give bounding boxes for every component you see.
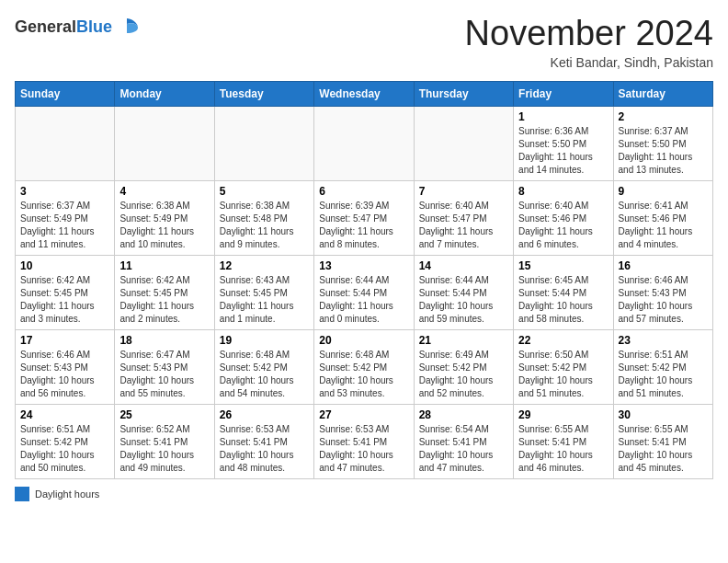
day-number: 6 <box>319 185 408 198</box>
day-info: Sunrise: 6:50 AM Sunset: 5:42 PM Dayligh… <box>518 349 608 400</box>
day-number: 1 <box>518 110 608 123</box>
day-number: 14 <box>419 259 508 272</box>
day-info: Sunrise: 6:37 AM Sunset: 5:49 PM Dayligh… <box>20 200 109 251</box>
day-number: 16 <box>619 259 708 272</box>
calendar-cell: 8Sunrise: 6:40 AM Sunset: 5:46 PM Daylig… <box>514 180 613 255</box>
calendar-cell: 5Sunrise: 6:38 AM Sunset: 5:48 PM Daylig… <box>214 180 313 255</box>
calendar-cell: 14Sunrise: 6:44 AM Sunset: 5:44 PM Dayli… <box>414 255 513 329</box>
calendar-table: SundayMondayTuesdayWednesdayThursdayFrid… <box>15 81 713 479</box>
day-info: Sunrise: 6:44 AM Sunset: 5:44 PM Dayligh… <box>319 274 408 326</box>
title-block: November 2024 Keti Bandar, Sindh, Pakist… <box>465 15 713 70</box>
calendar-cell <box>414 106 513 180</box>
day-number: 18 <box>119 334 209 347</box>
day-number: 25 <box>119 408 209 421</box>
day-info: Sunrise: 6:51 AM Sunset: 5:42 PM Dayligh… <box>20 423 109 475</box>
day-info: Sunrise: 6:55 AM Sunset: 5:41 PM Dayligh… <box>619 423 708 475</box>
calendar-header-wednesday: Wednesday <box>314 81 414 106</box>
logo-blue-text: Blue <box>76 17 112 36</box>
calendar-header-monday: Monday <box>115 81 214 106</box>
day-number: 22 <box>518 334 608 347</box>
calendar-cell <box>214 106 313 180</box>
day-number: 21 <box>419 334 508 347</box>
calendar-cell: 21Sunrise: 6:49 AM Sunset: 5:42 PM Dayli… <box>414 329 513 404</box>
day-number: 24 <box>20 408 109 421</box>
day-info: Sunrise: 6:53 AM Sunset: 5:41 PM Dayligh… <box>319 423 408 475</box>
logo-icon <box>114 15 140 40</box>
calendar-cell: 22Sunrise: 6:50 AM Sunset: 5:42 PM Dayli… <box>514 329 613 404</box>
calendar-header-friday: Friday <box>514 81 613 106</box>
day-number: 19 <box>220 334 309 347</box>
calendar-cell <box>115 106 214 180</box>
calendar-cell: 12Sunrise: 6:43 AM Sunset: 5:45 PM Dayli… <box>214 255 313 329</box>
day-info: Sunrise: 6:38 AM Sunset: 5:48 PM Dayligh… <box>220 200 309 251</box>
day-number: 4 <box>119 185 209 198</box>
day-info: Sunrise: 6:49 AM Sunset: 5:42 PM Dayligh… <box>419 349 508 400</box>
calendar-cell <box>16 106 115 180</box>
calendar-cell: 27Sunrise: 6:53 AM Sunset: 5:41 PM Dayli… <box>314 404 414 478</box>
day-number: 20 <box>319 334 408 347</box>
month-title: November 2024 <box>465 15 713 53</box>
day-number: 9 <box>619 185 708 198</box>
calendar-cell: 7Sunrise: 6:40 AM Sunset: 5:47 PM Daylig… <box>414 180 513 255</box>
calendar-header-saturday: Saturday <box>613 81 712 106</box>
calendar-cell: 26Sunrise: 6:53 AM Sunset: 5:41 PM Dayli… <box>214 404 313 478</box>
calendar-cell: 2Sunrise: 6:37 AM Sunset: 5:50 PM Daylig… <box>613 106 712 180</box>
logo: GeneralBlue <box>15 15 140 40</box>
day-info: Sunrise: 6:52 AM Sunset: 5:41 PM Dayligh… <box>119 423 209 475</box>
calendar-cell: 11Sunrise: 6:42 AM Sunset: 5:45 PM Dayli… <box>115 255 214 329</box>
calendar-cell: 18Sunrise: 6:47 AM Sunset: 5:43 PM Dayli… <box>115 329 214 404</box>
day-info: Sunrise: 6:40 AM Sunset: 5:46 PM Dayligh… <box>518 200 608 251</box>
calendar-cell: 10Sunrise: 6:42 AM Sunset: 5:45 PM Dayli… <box>16 255 115 329</box>
calendar-cell: 1Sunrise: 6:36 AM Sunset: 5:50 PM Daylig… <box>514 106 613 180</box>
day-info: Sunrise: 6:40 AM Sunset: 5:47 PM Dayligh… <box>419 200 508 251</box>
day-number: 15 <box>518 259 608 272</box>
day-info: Sunrise: 6:45 AM Sunset: 5:44 PM Dayligh… <box>518 274 608 326</box>
day-number: 23 <box>619 334 708 347</box>
day-number: 12 <box>220 259 309 272</box>
day-number: 11 <box>119 259 209 272</box>
subtitle: Keti Bandar, Sindh, Pakistan <box>465 55 713 70</box>
calendar-week-4: 17Sunrise: 6:46 AM Sunset: 5:43 PM Dayli… <box>16 329 713 404</box>
day-number: 7 <box>419 185 508 198</box>
day-info: Sunrise: 6:36 AM Sunset: 5:50 PM Dayligh… <box>518 125 608 177</box>
day-info: Sunrise: 6:51 AM Sunset: 5:42 PM Dayligh… <box>619 349 708 400</box>
calendar-cell: 17Sunrise: 6:46 AM Sunset: 5:43 PM Dayli… <box>16 329 115 404</box>
calendar-cell: 16Sunrise: 6:46 AM Sunset: 5:43 PM Dayli… <box>613 255 712 329</box>
calendar-header-thursday: Thursday <box>414 81 513 106</box>
day-info: Sunrise: 6:42 AM Sunset: 5:45 PM Dayligh… <box>119 274 209 326</box>
day-number: 13 <box>319 259 408 272</box>
legend: Daylight hours <box>15 487 713 501</box>
calendar-week-1: 1Sunrise: 6:36 AM Sunset: 5:50 PM Daylig… <box>16 106 713 180</box>
calendar-header-row: SundayMondayTuesdayWednesdayThursdayFrid… <box>16 81 713 106</box>
calendar-header-tuesday: Tuesday <box>214 81 313 106</box>
calendar-cell: 25Sunrise: 6:52 AM Sunset: 5:41 PM Dayli… <box>115 404 214 478</box>
day-number: 27 <box>319 408 408 421</box>
calendar-week-3: 10Sunrise: 6:42 AM Sunset: 5:45 PM Dayli… <box>16 255 713 329</box>
page-header: GeneralBlue November 2024 Keti Bandar, S… <box>15 15 713 70</box>
day-info: Sunrise: 6:41 AM Sunset: 5:46 PM Dayligh… <box>619 200 708 251</box>
day-info: Sunrise: 6:43 AM Sunset: 5:45 PM Dayligh… <box>220 274 309 326</box>
day-info: Sunrise: 6:42 AM Sunset: 5:45 PM Dayligh… <box>20 274 109 326</box>
day-info: Sunrise: 6:46 AM Sunset: 5:43 PM Dayligh… <box>619 274 708 326</box>
day-info: Sunrise: 6:53 AM Sunset: 5:41 PM Dayligh… <box>220 423 309 475</box>
day-info: Sunrise: 6:46 AM Sunset: 5:43 PM Dayligh… <box>20 349 109 400</box>
day-info: Sunrise: 6:47 AM Sunset: 5:43 PM Dayligh… <box>119 349 209 400</box>
day-number: 17 <box>20 334 109 347</box>
day-number: 8 <box>518 185 608 198</box>
calendar-cell: 29Sunrise: 6:55 AM Sunset: 5:41 PM Dayli… <box>514 404 613 478</box>
calendar-cell <box>314 106 414 180</box>
day-info: Sunrise: 6:37 AM Sunset: 5:50 PM Dayligh… <box>619 125 708 177</box>
calendar-cell: 9Sunrise: 6:41 AM Sunset: 5:46 PM Daylig… <box>613 180 712 255</box>
day-number: 3 <box>20 185 109 198</box>
day-number: 29 <box>518 408 608 421</box>
calendar-header-sunday: Sunday <box>16 81 115 106</box>
calendar-cell: 15Sunrise: 6:45 AM Sunset: 5:44 PM Dayli… <box>514 255 613 329</box>
calendar-cell: 4Sunrise: 6:38 AM Sunset: 5:49 PM Daylig… <box>115 180 214 255</box>
calendar-week-5: 24Sunrise: 6:51 AM Sunset: 5:42 PM Dayli… <box>16 404 713 478</box>
calendar-cell: 6Sunrise: 6:39 AM Sunset: 5:47 PM Daylig… <box>314 180 414 255</box>
day-info: Sunrise: 6:48 AM Sunset: 5:42 PM Dayligh… <box>220 349 309 400</box>
logo-general-text: General <box>15 17 76 36</box>
legend-label: Daylight hours <box>35 488 99 500</box>
day-number: 26 <box>220 408 309 421</box>
calendar-cell: 13Sunrise: 6:44 AM Sunset: 5:44 PM Dayli… <box>314 255 414 329</box>
